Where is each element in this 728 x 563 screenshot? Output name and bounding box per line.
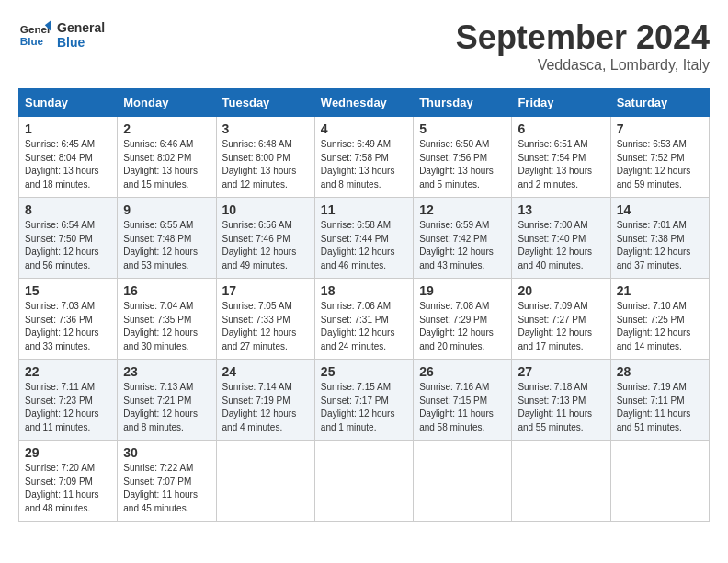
day-info: Sunrise: 7:06 AM Sunset: 7:31 PM Dayligh… bbox=[321, 300, 407, 353]
calendar-cell: 11 Sunrise: 6:58 AM Sunset: 7:44 PM Dayl… bbox=[314, 198, 413, 279]
calendar-cell: 29 Sunrise: 7:20 AM Sunset: 7:09 PM Dayl… bbox=[19, 441, 118, 522]
day-number: 21 bbox=[617, 283, 703, 298]
calendar-cell: 19 Sunrise: 7:08 AM Sunset: 7:29 PM Dayl… bbox=[414, 279, 512, 360]
month-title: September 2024 bbox=[456, 18, 710, 57]
day-info: Sunrise: 6:49 AM Sunset: 7:58 PM Dayligh… bbox=[321, 138, 407, 191]
day-number: 18 bbox=[321, 283, 407, 298]
calendar-cell: 13 Sunrise: 7:00 AM Sunset: 7:40 PM Dayl… bbox=[512, 198, 610, 279]
day-number: 13 bbox=[518, 202, 604, 217]
day-info: Sunrise: 7:19 AM Sunset: 7:11 PM Dayligh… bbox=[617, 381, 703, 434]
logo-text-line2: Blue bbox=[57, 35, 105, 50]
calendar-cell: 18 Sunrise: 7:06 AM Sunset: 7:31 PM Dayl… bbox=[314, 279, 413, 360]
day-number: 12 bbox=[419, 202, 506, 217]
day-number: 24 bbox=[222, 364, 309, 379]
calendar-cell: 5 Sunrise: 6:50 AM Sunset: 7:56 PM Dayli… bbox=[414, 117, 512, 198]
day-number: 17 bbox=[222, 283, 309, 298]
calendar-cell: 17 Sunrise: 7:05 AM Sunset: 7:33 PM Dayl… bbox=[216, 279, 314, 360]
day-number: 4 bbox=[321, 121, 407, 136]
header: General Blue General Blue September 2024… bbox=[18, 18, 710, 74]
day-info: Sunrise: 7:20 AM Sunset: 7:09 PM Dayligh… bbox=[25, 462, 111, 515]
calendar-cell: 25 Sunrise: 7:15 AM Sunset: 7:17 PM Dayl… bbox=[314, 360, 413, 441]
calendar-cell: 30 Sunrise: 7:22 AM Sunset: 7:07 PM Dayl… bbox=[118, 441, 216, 522]
calendar-cell: 12 Sunrise: 6:59 AM Sunset: 7:42 PM Dayl… bbox=[414, 198, 512, 279]
header-row: SundayMondayTuesdayWednesdayThursdayFrid… bbox=[19, 89, 710, 117]
day-number: 19 bbox=[419, 283, 506, 298]
day-number: 11 bbox=[321, 202, 407, 217]
calendar-cell: 8 Sunrise: 6:54 AM Sunset: 7:50 PM Dayli… bbox=[19, 198, 118, 279]
day-number: 15 bbox=[25, 283, 111, 298]
calendar-table: SundayMondayTuesdayWednesdayThursdayFrid… bbox=[18, 88, 710, 522]
day-info: Sunrise: 7:00 AM Sunset: 7:40 PM Dayligh… bbox=[518, 219, 604, 272]
logo: General Blue General Blue bbox=[18, 18, 105, 52]
day-number: 9 bbox=[123, 202, 210, 217]
logo-icon: General Blue bbox=[18, 18, 51, 52]
day-info: Sunrise: 6:51 AM Sunset: 7:54 PM Dayligh… bbox=[518, 138, 604, 191]
header-day-saturday: Saturday bbox=[610, 89, 709, 117]
calendar-row-3: 15 Sunrise: 7:03 AM Sunset: 7:36 PM Dayl… bbox=[19, 279, 710, 360]
calendar-cell: 28 Sunrise: 7:19 AM Sunset: 7:11 PM Dayl… bbox=[610, 360, 709, 441]
day-number: 6 bbox=[518, 121, 604, 136]
day-info: Sunrise: 6:45 AM Sunset: 8:04 PM Dayligh… bbox=[25, 138, 111, 191]
calendar-cell: 23 Sunrise: 7:13 AM Sunset: 7:21 PM Dayl… bbox=[118, 360, 216, 441]
day-info: Sunrise: 7:22 AM Sunset: 7:07 PM Dayligh… bbox=[123, 462, 210, 515]
calendar-cell bbox=[314, 441, 413, 522]
calendar-cell bbox=[512, 441, 610, 522]
day-info: Sunrise: 6:56 AM Sunset: 7:46 PM Dayligh… bbox=[222, 219, 309, 272]
calendar-row-1: 1 Sunrise: 6:45 AM Sunset: 8:04 PM Dayli… bbox=[19, 117, 710, 198]
header-day-sunday: Sunday bbox=[19, 89, 118, 117]
day-number: 22 bbox=[25, 364, 111, 379]
day-info: Sunrise: 6:53 AM Sunset: 7:52 PM Dayligh… bbox=[617, 138, 703, 191]
day-info: Sunrise: 7:03 AM Sunset: 7:36 PM Dayligh… bbox=[25, 300, 111, 353]
svg-text:Blue: Blue bbox=[20, 35, 44, 47]
day-number: 7 bbox=[617, 121, 703, 136]
calendar-cell bbox=[414, 441, 512, 522]
calendar-row-2: 8 Sunrise: 6:54 AM Sunset: 7:50 PM Dayli… bbox=[19, 198, 710, 279]
calendar-cell: 9 Sunrise: 6:55 AM Sunset: 7:48 PM Dayli… bbox=[118, 198, 216, 279]
header-day-tuesday: Tuesday bbox=[216, 89, 314, 117]
day-number: 2 bbox=[123, 121, 210, 136]
day-info: Sunrise: 7:05 AM Sunset: 7:33 PM Dayligh… bbox=[222, 300, 309, 353]
calendar-cell: 14 Sunrise: 7:01 AM Sunset: 7:38 PM Dayl… bbox=[610, 198, 709, 279]
location-title: Veddasca, Lombardy, Italy bbox=[456, 57, 710, 74]
day-info: Sunrise: 7:09 AM Sunset: 7:27 PM Dayligh… bbox=[518, 300, 604, 353]
day-number: 25 bbox=[321, 364, 407, 379]
day-info: Sunrise: 6:54 AM Sunset: 7:50 PM Dayligh… bbox=[25, 219, 111, 272]
day-number: 3 bbox=[222, 121, 309, 136]
title-area: September 2024 Veddasca, Lombardy, Italy bbox=[456, 18, 710, 74]
day-number: 14 bbox=[617, 202, 703, 217]
day-info: Sunrise: 7:08 AM Sunset: 7:29 PM Dayligh… bbox=[419, 300, 506, 353]
day-number: 27 bbox=[518, 364, 604, 379]
day-number: 30 bbox=[123, 445, 210, 460]
calendar-cell bbox=[216, 441, 314, 522]
calendar-cell: 15 Sunrise: 7:03 AM Sunset: 7:36 PM Dayl… bbox=[19, 279, 118, 360]
calendar-cell: 16 Sunrise: 7:04 AM Sunset: 7:35 PM Dayl… bbox=[118, 279, 216, 360]
header-day-thursday: Thursday bbox=[414, 89, 512, 117]
day-info: Sunrise: 6:58 AM Sunset: 7:44 PM Dayligh… bbox=[321, 219, 407, 272]
day-number: 20 bbox=[518, 283, 604, 298]
day-info: Sunrise: 7:14 AM Sunset: 7:19 PM Dayligh… bbox=[222, 381, 309, 434]
day-number: 5 bbox=[419, 121, 506, 136]
day-info: Sunrise: 7:01 AM Sunset: 7:38 PM Dayligh… bbox=[617, 219, 703, 272]
day-info: Sunrise: 7:11 AM Sunset: 7:23 PM Dayligh… bbox=[25, 381, 111, 434]
day-info: Sunrise: 7:10 AM Sunset: 7:25 PM Dayligh… bbox=[617, 300, 703, 353]
day-number: 23 bbox=[123, 364, 210, 379]
day-number: 8 bbox=[25, 202, 111, 217]
day-info: Sunrise: 6:55 AM Sunset: 7:48 PM Dayligh… bbox=[123, 219, 210, 272]
day-info: Sunrise: 7:13 AM Sunset: 7:21 PM Dayligh… bbox=[123, 381, 210, 434]
day-number: 28 bbox=[617, 364, 703, 379]
calendar-cell: 7 Sunrise: 6:53 AM Sunset: 7:52 PM Dayli… bbox=[610, 117, 709, 198]
calendar-cell: 21 Sunrise: 7:10 AM Sunset: 7:25 PM Dayl… bbox=[610, 279, 709, 360]
day-number: 1 bbox=[25, 121, 111, 136]
calendar-cell: 1 Sunrise: 6:45 AM Sunset: 8:04 PM Dayli… bbox=[19, 117, 118, 198]
day-number: 26 bbox=[419, 364, 506, 379]
calendar-row-4: 22 Sunrise: 7:11 AM Sunset: 7:23 PM Dayl… bbox=[19, 360, 710, 441]
calendar-cell: 10 Sunrise: 6:56 AM Sunset: 7:46 PM Dayl… bbox=[216, 198, 314, 279]
calendar-row-5: 29 Sunrise: 7:20 AM Sunset: 7:09 PM Dayl… bbox=[19, 441, 710, 522]
calendar-cell: 27 Sunrise: 7:18 AM Sunset: 7:13 PM Dayl… bbox=[512, 360, 610, 441]
day-number: 16 bbox=[123, 283, 210, 298]
calendar-cell: 24 Sunrise: 7:14 AM Sunset: 7:19 PM Dayl… bbox=[216, 360, 314, 441]
header-day-monday: Monday bbox=[118, 89, 216, 117]
day-info: Sunrise: 6:46 AM Sunset: 8:02 PM Dayligh… bbox=[123, 138, 210, 191]
day-info: Sunrise: 7:04 AM Sunset: 7:35 PM Dayligh… bbox=[123, 300, 210, 353]
header-day-wednesday: Wednesday bbox=[314, 89, 413, 117]
